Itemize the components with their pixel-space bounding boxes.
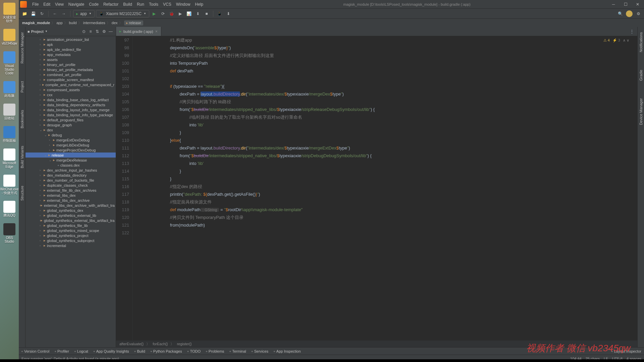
tree-item[interactable]: ›▸external_libs_dex_archive_with_artifac… [25, 203, 116, 208]
settings-icon[interactable]: ⚙ [635, 10, 642, 17]
breadcrumb-item[interactable]: intermediates [83, 21, 105, 25]
gradle-tab[interactable]: Gradle [639, 68, 643, 83]
menu-item-window[interactable]: Window [174, 1, 193, 7]
desktop-icon[interactable]: 回收站 [2, 104, 16, 120]
maximize-button[interactable]: ☐ [621, 1, 631, 8]
tree-item[interactable]: ›▸desugar_graph [25, 122, 116, 127]
desktop-icon[interactable]: Visual Studio Code [2, 51, 16, 75]
desktop-icon[interactable]: Microsoft Edge [2, 148, 16, 169]
tree-item[interactable]: ⌄▸dex [25, 127, 116, 132]
open-icon[interactable]: 📁 [21, 10, 28, 17]
menu-item-file[interactable]: File [30, 1, 41, 7]
breadcrumb-item[interactable]: dex [112, 21, 118, 25]
code-breadcrumb-item[interactable]: forEach{} [153, 342, 168, 346]
tree-item[interactable]: ›▸compatible_screen_manifest [25, 77, 116, 82]
menu-item-edit[interactable]: Edit [41, 1, 52, 7]
tree-item[interactable]: ›▸global_synthetics_external_lib [25, 213, 116, 218]
forward-button[interactable]: → [60, 10, 67, 17]
breadcrumb-item[interactable]: build [69, 21, 77, 25]
tool-app-quality-insights[interactable]: ▫ App Quality Insights [94, 349, 129, 353]
device-dropdown[interactable]: 📱 Xiaomi M2102J2SC ▼ [96, 10, 149, 17]
tree-item[interactable]: ›▸default_proguard_files [25, 117, 116, 122]
tree-item[interactable]: ›▸assets [25, 57, 116, 62]
tree-item[interactable]: ›▸dex_number_of_buckets_file [25, 178, 116, 183]
stop-button[interactable]: ■ [203, 10, 210, 17]
tree-item[interactable]: ⌄▸debug [25, 132, 116, 137]
tree-item[interactable]: ›▸annotation_processor_list [25, 37, 116, 42]
tree-item[interactable]: ›▸data_binding_layout_info_type_package [25, 112, 116, 117]
sync-icon[interactable]: ↻ [38, 10, 46, 17]
more-tabs-icon[interactable]: ⋮ [627, 29, 637, 34]
desktop-icon[interactable]: 控制面板 [2, 126, 16, 142]
tool-problems[interactable]: ▫ Problems [206, 349, 224, 353]
structure-tab[interactable]: Structure [20, 184, 24, 203]
tree-item[interactable]: ›▸global_synthetics_mixed_scope [25, 228, 116, 233]
settings-icon[interactable]: ⚙ [101, 28, 107, 35]
desktop-icon[interactable]: WeChat.exe - 快捷方式 [2, 175, 16, 195]
menu-item-vcs[interactable]: VCS [161, 1, 173, 7]
tree-item[interactable]: ›▸global_synthetics_subproject [25, 238, 116, 243]
tree-item[interactable]: ›▸cxx [25, 92, 116, 97]
tree-item[interactable]: ›▸apk [25, 42, 116, 47]
menu-item-navigate[interactable]: Navigate [66, 1, 86, 7]
debug-button[interactable]: 🐞 [168, 10, 175, 17]
inspection-widget[interactable]: ⚠ 4 ⚡ 3 ∧ ∨ [603, 38, 629, 43]
code-breadcrumb-item[interactable]: register{} [177, 342, 192, 346]
select-opened-icon[interactable]: ⊙ [81, 28, 87, 35]
collapse-icon[interactable]: ⇅ [94, 28, 100, 35]
tree-item[interactable]: ›▸incremental [25, 243, 116, 248]
build-variants-tab[interactable]: Build Variants [20, 144, 24, 170]
breadcrumb-item[interactable]: magisk_module [22, 21, 50, 25]
tree-item[interactable]: ›▸global_synthetics_file_lib [25, 223, 116, 228]
tree-item[interactable]: ›▸global_synthetics_dex [25, 208, 116, 213]
tree-item[interactable]: ›▸app_metadata [25, 52, 116, 57]
tree-item[interactable]: ⌄▸mergeDexRelease [25, 158, 116, 163]
tree-item[interactable]: ›▸external_libs_dex [25, 193, 116, 198]
tree-item[interactable]: ›▸external_file_lib_dex_archives [25, 188, 116, 193]
breadcrumb-item[interactable]: ▸ release [124, 20, 143, 25]
menu-item-build[interactable]: Build [121, 1, 134, 7]
save-icon[interactable]: 💾 [30, 10, 37, 17]
desktop-icon[interactable]: 腾讯QQ [2, 201, 16, 217]
run-button[interactable]: ▶ [151, 10, 158, 17]
resource-manager-tab[interactable]: Resource Manager [20, 30, 24, 66]
hide-icon[interactable]: — [108, 28, 114, 35]
close-button[interactable]: ✕ [633, 1, 643, 8]
editor-tab[interactable]: ▸ build.gradle (:app) × [116, 27, 161, 36]
menu-item-tools[interactable]: Tools [147, 1, 160, 7]
tree-item[interactable]: ›▸data_binding_layout_info_type_merge [25, 107, 116, 112]
notifications-tab[interactable]: Notifications [639, 30, 643, 54]
tree-item[interactable]: ›▸mergeProjectDexDebug [25, 147, 116, 153]
tree-item[interactable]: ›▸mergeLibDexDebug [25, 142, 116, 147]
tool-python-packages[interactable]: ▫ Python Packages [151, 349, 182, 353]
project-tab[interactable]: Project [20, 79, 24, 95]
sdk-icon[interactable]: ⬇ [225, 10, 232, 17]
device-manager-tab[interactable]: Device Manager [639, 96, 643, 127]
menu-item-refactor[interactable]: Refactor [101, 1, 120, 7]
tree-item[interactable]: ›▸external_libs_dex_archive [25, 198, 116, 203]
bookmarks-tab[interactable]: Bookmarks [20, 108, 24, 130]
expand-icon[interactable]: ≡ [88, 28, 94, 35]
tree-item[interactable]: ›▸dex_metadata_directory [25, 173, 116, 178]
desktop-icon[interactable]: vb2345qw [2, 29, 16, 45]
tool-logcat[interactable]: ▫ Logcat [74, 349, 88, 353]
tool-profiler[interactable]: ▫ Profiler [55, 349, 69, 353]
tool-services[interactable]: ▫ Services [252, 349, 268, 353]
tool-todo[interactable]: ▫ TODO [187, 349, 200, 353]
minimize-button[interactable]: ─ [608, 1, 619, 8]
code-editor[interactable]: 9798991001011021031041051061071081091101… [116, 36, 637, 341]
tool-version-control[interactable]: ▫ Version Control [21, 349, 49, 353]
desktop-icon[interactable]: 此电脑 [2, 81, 16, 98]
coverage-icon[interactable]: ▶ [177, 10, 184, 17]
tree-item[interactable]: ›▸apk_ide_redirect_file [25, 47, 116, 52]
avd-icon[interactable]: 📱 [216, 10, 223, 17]
tree-item[interactable]: ›▸mergeExtDexDebug [25, 137, 116, 142]
tree-item[interactable]: ›▸binary_art_profile [25, 62, 116, 67]
profile-icon[interactable]: 📊 [185, 10, 193, 17]
back-button[interactable]: ← [51, 10, 59, 17]
attach-icon[interactable]: ⬇ [194, 10, 202, 17]
tool-app-inspection[interactable]: ▫ App Inspection [274, 349, 301, 353]
tree-item[interactable]: ›▸data_binding_dependency_artifacts [25, 102, 116, 107]
menu-item-view[interactable]: View [53, 1, 66, 7]
tool-terminal[interactable]: ▫ Terminal [229, 349, 246, 353]
